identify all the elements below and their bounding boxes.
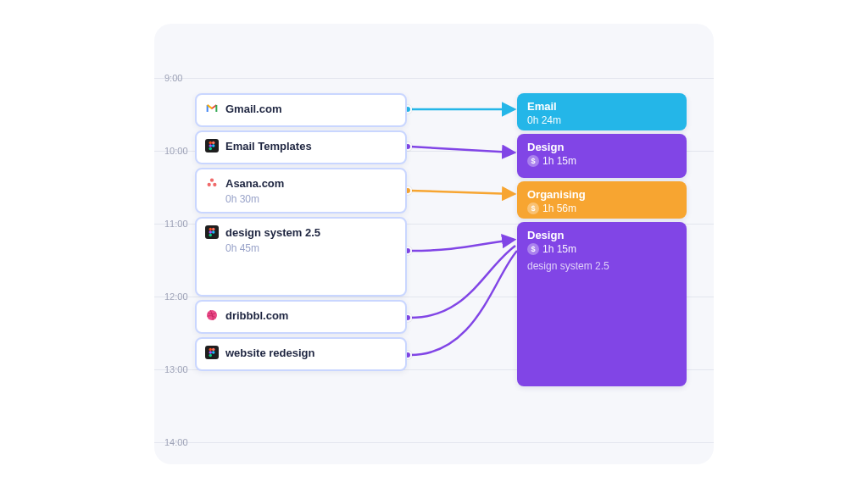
activity-title: Asana.com (225, 177, 284, 190)
hour-label: 13:00 (164, 364, 188, 374)
svg-point-10 (213, 183, 216, 186)
timeline-panel: 9:00 10:00 11:00 12:00 13:00 14:00 (154, 24, 714, 464)
svg-point-9 (208, 183, 211, 186)
block-title: Organising (527, 188, 676, 201)
hour-line (154, 442, 714, 443)
svg-point-21 (209, 354, 213, 358)
svg-point-5 (209, 144, 213, 147)
block-time: $ 1h 56m (527, 202, 676, 214)
block-time: $ 1h 15m (527, 155, 676, 167)
calendar-block-design-1[interactable]: Design $ 1h 15m (517, 134, 687, 178)
svg-point-4 (212, 141, 215, 145)
billable-badge-icon: $ (527, 155, 539, 167)
activity-title: Email Templates (225, 140, 312, 152)
activity-card-asana[interactable]: Asana.com 0h 30m (195, 168, 407, 214)
block-title: Design (527, 141, 676, 153)
billable-badge-icon: $ (527, 243, 539, 255)
svg-point-3 (209, 141, 213, 145)
asana-icon (205, 176, 219, 190)
activity-card-figma-email[interactable]: Email Templates (195, 130, 407, 164)
activity-title: design system 2.5 (225, 226, 320, 239)
billable-badge-icon: $ (527, 202, 539, 214)
svg-point-11 (209, 228, 213, 231)
calendar-blocks: Email 0h 24m Design $ 1h 15m Organising … (517, 93, 687, 386)
hour-label: 10:00 (164, 146, 188, 156)
calendar-block-email[interactable]: Email 0h 24m (517, 93, 687, 130)
svg-point-20 (212, 351, 215, 354)
hour-label: 11:00 (164, 219, 188, 229)
svg-point-16 (207, 310, 217, 320)
block-time: $ 1h 15m (527, 243, 676, 255)
block-time-value: 1h 15m (542, 155, 576, 167)
activity-title: website redesign (225, 347, 314, 359)
svg-point-13 (209, 230, 213, 234)
activity-duration: 0h 30m (225, 193, 397, 205)
block-title: Design (527, 229, 676, 241)
activity-title: Gmail.com (225, 103, 281, 115)
hour-label: 9:00 (164, 73, 182, 83)
activity-card-figma-ds[interactable]: design system 2.5 0h 45m (195, 217, 407, 297)
svg-point-17 (209, 348, 213, 352)
gmail-icon (205, 102, 219, 115)
dribbble-icon (205, 308, 219, 322)
hour-label: 12:00 (164, 291, 188, 302)
svg-point-7 (209, 147, 213, 151)
svg-point-14 (212, 230, 215, 234)
figma-icon (205, 225, 219, 239)
calendar-block-design-2[interactable]: Design $ 1h 15m design system 2.5 (517, 222, 687, 386)
svg-line-2 (410, 191, 514, 194)
activity-card-dribbble[interactable]: dribbbl.com (195, 300, 407, 334)
calendar-block-organising[interactable]: Organising $ 1h 56m (517, 181, 687, 219)
svg-point-8 (210, 179, 214, 182)
activity-duration: 0h 45m (225, 242, 397, 254)
activity-list: Gmail.com Email Templates Asana.com 0h 3… (195, 93, 407, 371)
activity-title: dribbbl.com (225, 309, 288, 322)
hour-label: 14:00 (164, 437, 188, 447)
svg-point-15 (209, 234, 213, 237)
block-time-value: 1h 15m (542, 243, 576, 255)
hour-line (154, 78, 714, 79)
block-time: 0h 24m (527, 114, 676, 126)
block-subtitle: design system 2.5 (527, 260, 676, 272)
figma-icon (205, 346, 219, 359)
block-title: Email (527, 100, 676, 113)
svg-point-18 (212, 348, 215, 352)
block-time-value: 1h 56m (542, 202, 576, 214)
activity-card-figma-redesign[interactable]: website redesign (195, 337, 407, 371)
figma-icon (205, 139, 219, 152)
svg-point-19 (209, 351, 213, 354)
svg-point-12 (212, 228, 215, 231)
svg-point-6 (212, 144, 215, 147)
activity-card-gmail[interactable]: Gmail.com (195, 93, 407, 127)
